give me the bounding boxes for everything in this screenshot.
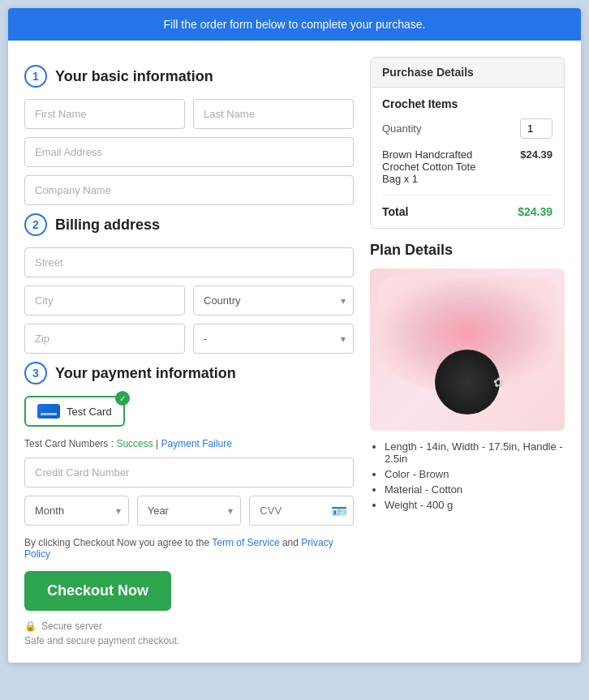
zip-state-row: - [24,324,354,354]
payment-title: Your payment information [55,365,236,382]
card-label: Test Card [67,406,112,418]
credit-card-row [24,457,354,487]
city-input[interactable] [24,286,185,316]
section-number-2: 2 [24,213,47,236]
zip-input[interactable] [24,324,185,354]
zip-field [24,324,185,354]
company-input[interactable] [24,175,354,205]
street-input[interactable] [24,247,354,277]
secure-label: Secure server [41,621,102,632]
crochet-visual [370,268,565,431]
terms-text: By clicking Checkout Now you agree to th… [24,537,354,560]
page-wrapper: Fill the order form below to complete yo… [8,8,581,663]
name-row [24,99,354,129]
credit-card-field [24,457,354,487]
black-circle [435,350,500,414]
email-field [24,137,354,167]
product-image [370,268,565,431]
payment-header: 3 Your payment information [24,362,354,384]
state-field: - [193,324,354,354]
quantity-row: Quantity [382,118,552,139]
first-name-input[interactable] [24,99,185,129]
payment-method-option[interactable]: Test Card ✓ [24,396,125,427]
year-field: Year [137,496,242,526]
last-name-input[interactable] [193,99,354,129]
plan-spec-item: Weight - 400 g [385,499,565,511]
test-card-failure-link[interactable]: Payment Failure [161,438,232,449]
purchase-details-body: Crochet Items Quantity Brown Handcrafted… [371,88,564,228]
item-price: $24.39 [520,148,552,161]
purchase-details-header: Purchase Details [371,58,564,88]
plan-spec-item: Material - Cotton [385,483,565,496]
check-badge: ✓ [115,391,130,406]
test-card-success-link[interactable]: Success [116,438,153,449]
email-input[interactable] [24,137,354,167]
credit-card-input[interactable] [24,457,354,487]
month-select[interactable]: Month [24,496,129,526]
plan-details: Plan Details Length - 14in, Width - 17.5… [370,242,565,511]
lock-icon: 🔒 [24,621,37,632]
city-field [24,286,185,316]
right-column: Purchase Details Crochet Items Quantity … [370,57,565,646]
basic-info-title: Your basic information [55,68,213,85]
left-column: 1 Your basic information [24,57,354,646]
month-field: Month [24,496,129,526]
total-label: Total [382,205,408,218]
checkout-button[interactable]: Checkout Now [24,571,171,611]
year-select[interactable]: Year [137,496,242,526]
test-card-separator: | [153,438,161,449]
street-field [24,247,354,277]
quantity-label: Quantity [382,122,421,135]
basic-info-header: 1 Your basic information [24,65,354,88]
test-card-info: Test Card Numbers : Success | Payment Fa… [24,438,354,449]
city-country-row: Country [24,286,354,316]
country-field: Country [193,286,354,316]
company-field [24,175,354,205]
plan-spec-item: Length - 14in, Width - 17.5in, Handle - … [385,440,565,465]
secure-sub: Safe and secure payment checkout. [24,635,354,646]
total-row: Total $24.39 [382,205,552,218]
content-area: 1 Your basic information [8,41,581,663]
billing-title: Billing address [55,217,160,234]
secure-info: 🔒 Secure server [24,621,354,632]
crochet-items-title: Crochet Items [382,97,552,110]
country-select[interactable]: Country [193,286,354,316]
plan-specs: Length - 14in, Width - 17.5in, Handle - … [370,440,565,511]
company-row [24,175,354,205]
top-banner: Fill the order form below to complete yo… [8,8,581,41]
section-number-1: 1 [24,65,47,88]
credit-card-back-icon: 🪪 [331,503,347,518]
plan-details-title: Plan Details [370,242,565,259]
total-amount: $24.39 [518,205,552,218]
section-number-3: 3 [24,362,47,384]
expiry-cvv-row: Month Year 🪪 [24,496,354,526]
test-card-prefix: Test Card Numbers : [24,438,116,449]
terms-prefix: By clicking Checkout Now you agree to th… [24,537,212,548]
terms-of-service-link[interactable]: Term of Service [212,537,279,548]
quantity-input[interactable] [520,118,552,139]
item-row: Brown Handcrafted Crochet Cotton Tote Ba… [382,148,552,195]
street-row [24,247,354,277]
terms-middle: and [280,537,302,548]
cvv-field: 🪪 [249,496,354,526]
item-name: Brown Handcrafted Crochet Cotton Tote Ba… [382,148,496,185]
state-select[interactable]: - [193,324,354,354]
email-row [24,137,354,167]
card-icon [37,404,60,419]
last-name-field [193,99,354,129]
first-name-field [24,99,185,129]
billing-header: 2 Billing address [24,213,354,236]
purchase-details-box: Purchase Details Crochet Items Quantity … [370,57,565,229]
banner-text: Fill the order form below to complete yo… [164,18,426,31]
plan-spec-item: Color - Brown [385,468,565,480]
